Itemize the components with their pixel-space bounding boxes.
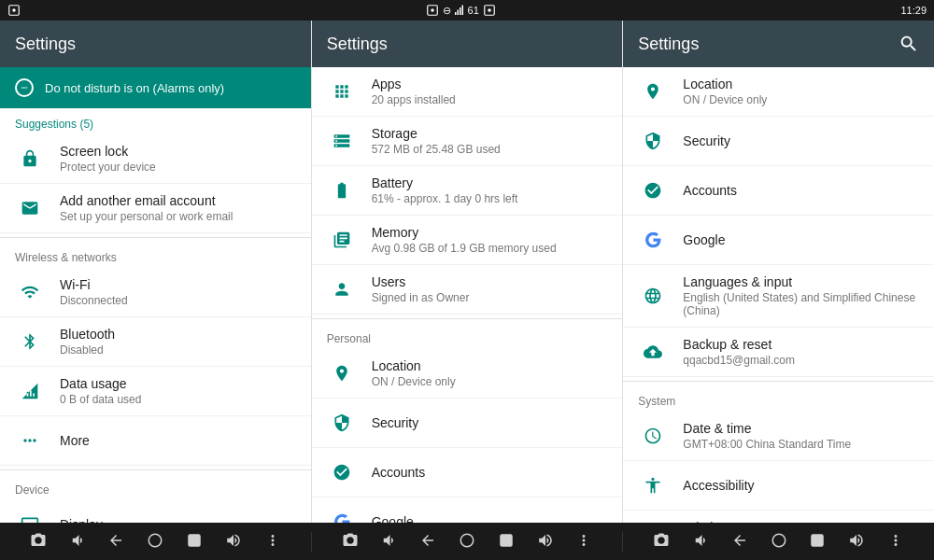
users-item[interactable]: Users Signed in as Owner bbox=[312, 265, 623, 315]
storage-icon bbox=[327, 126, 357, 156]
memory-item[interactable]: Memory Avg 0.98 GB of 1.9 GB memory used bbox=[312, 216, 623, 265]
security-text-p3: Security bbox=[683, 133, 919, 148]
svg-point-9 bbox=[488, 8, 491, 12]
location-icon bbox=[327, 358, 357, 388]
more-vert-btn-3[interactable] bbox=[887, 532, 904, 552]
printing-item[interactable]: Printing 0 print jobs bbox=[623, 511, 934, 523]
battery-percent: 61 bbox=[468, 5, 479, 16]
accounts-icon-p3 bbox=[638, 175, 668, 205]
volume-down-btn-1[interactable] bbox=[69, 532, 86, 552]
accessibility-item[interactable]: Accessibility bbox=[623, 461, 934, 511]
accounts-title: Accounts bbox=[372, 465, 608, 480]
status-bar-left bbox=[7, 4, 21, 17]
datetime-item[interactable]: Date & time GMT+08:00 China Standard Tim… bbox=[623, 412, 934, 461]
battery-item[interactable]: Battery 61% - approx. 1 day 0 hrs left bbox=[312, 166, 623, 216]
more-vert-btn-2[interactable] bbox=[575, 532, 592, 552]
volume-down-btn-3[interactable] bbox=[692, 532, 709, 552]
screenshot-icon2 bbox=[426, 4, 439, 17]
location-subtitle: ON / Device only bbox=[372, 375, 608, 388]
languages-item-p3[interactable]: Languages & input English (United States… bbox=[623, 265, 934, 328]
svg-point-13 bbox=[460, 534, 474, 547]
data-usage-icon bbox=[15, 376, 45, 406]
location-item[interactable]: Location ON / Device only bbox=[312, 349, 623, 399]
wifi-icon bbox=[15, 277, 45, 307]
volume-up-btn-3[interactable] bbox=[848, 532, 865, 552]
camera-btn-3[interactable] bbox=[653, 532, 670, 552]
security-item-p3[interactable]: Security bbox=[623, 117, 934, 166]
square-btn-1[interactable] bbox=[186, 532, 203, 552]
camera-btn-1[interactable] bbox=[30, 532, 47, 552]
users-subtitle: Signed in as Owner bbox=[372, 291, 608, 304]
back-btn-1[interactable] bbox=[107, 532, 124, 552]
home-btn-1[interactable] bbox=[147, 532, 163, 552]
panel-1-title: Settings bbox=[15, 35, 76, 54]
security-item[interactable]: Security bbox=[312, 399, 623, 448]
panel-1-content: Do not disturb is on (Alarms only) Sugge… bbox=[0, 67, 311, 523]
volume-up-btn-1[interactable] bbox=[225, 532, 242, 552]
more-icon bbox=[15, 426, 45, 455]
display-icon bbox=[15, 510, 45, 523]
panel-3-title: Settings bbox=[638, 35, 699, 54]
back-btn-2[interactable] bbox=[419, 532, 436, 552]
back-btn-3[interactable] bbox=[731, 532, 748, 552]
google-item[interactable]: Google bbox=[312, 497, 623, 523]
apps-item[interactable]: Apps 20 apps installed bbox=[312, 67, 623, 117]
square-btn-2[interactable] bbox=[498, 532, 515, 552]
add-email-item[interactable]: Add another email account Set up your pe… bbox=[0, 184, 311, 233]
apps-text: Apps 20 apps installed bbox=[372, 77, 608, 106]
square-btn-3[interactable] bbox=[809, 532, 826, 552]
personal-section-label: Personal bbox=[312, 323, 623, 349]
security-text: Security bbox=[372, 415, 608, 430]
accounts-text: Accounts bbox=[372, 465, 608, 480]
backup-item-p3[interactable]: Backup & reset qqacbd15@gmail.com bbox=[623, 328, 934, 377]
volume-down-btn-2[interactable] bbox=[380, 532, 397, 552]
dnd-icon bbox=[15, 78, 34, 97]
more-vert-btn-1[interactable] bbox=[264, 532, 281, 552]
home-btn-3[interactable] bbox=[771, 532, 787, 552]
search-icon[interactable] bbox=[899, 34, 919, 54]
google-item-p3[interactable]: Google bbox=[623, 216, 934, 265]
time-display: 11:29 bbox=[900, 5, 927, 16]
bluetooth-icon bbox=[15, 327, 45, 357]
backup-icon-p3 bbox=[638, 337, 668, 367]
svg-point-1 bbox=[12, 8, 16, 12]
display-item[interactable]: Display bbox=[0, 500, 311, 523]
divider-p3-1 bbox=[623, 381, 934, 382]
screen-lock-item[interactable]: Screen lock Protect your device bbox=[0, 134, 311, 184]
datetime-text: Date & time GMT+08:00 China Standard Tim… bbox=[683, 421, 919, 451]
storage-item[interactable]: Storage 572 MB of 25.48 GB used bbox=[312, 117, 623, 166]
google-title: Google bbox=[372, 514, 608, 523]
location-item-p3[interactable]: Location ON / Device only bbox=[623, 67, 934, 117]
battery-text: Battery 61% - approx. 1 day 0 hrs left bbox=[372, 175, 608, 205]
google-text: Google bbox=[372, 514, 608, 523]
more-title: More bbox=[60, 433, 296, 448]
bluetooth-item[interactable]: Bluetooth Disabled bbox=[0, 317, 311, 367]
apps-subtitle: 20 apps installed bbox=[372, 93, 608, 106]
panel-2-header: Settings bbox=[312, 21, 623, 67]
wifi-item[interactable]: Wi-Fi Disconnected bbox=[0, 268, 311, 317]
camera-btn-2[interactable] bbox=[342, 532, 359, 552]
datetime-subtitle: GMT+08:00 China Standard Time bbox=[683, 438, 919, 451]
svg-rect-5 bbox=[457, 10, 459, 16]
dnd-banner[interactable]: Do not disturb is on (Alarms only) bbox=[0, 67, 311, 108]
memory-icon bbox=[327, 225, 357, 255]
memory-title: Memory bbox=[372, 225, 608, 240]
add-email-subtitle: Set up your personal or work email bbox=[60, 210, 296, 223]
google-text-p3: Google bbox=[683, 232, 919, 247]
panel-2-content: Apps 20 apps installed Storage 572 MB of… bbox=[312, 67, 623, 523]
more-text: More bbox=[60, 433, 296, 448]
security-title: Security bbox=[372, 415, 608, 430]
home-btn-2[interactable] bbox=[459, 532, 475, 552]
bluetooth-title: Bluetooth bbox=[60, 327, 296, 342]
more-item[interactable]: More bbox=[0, 416, 311, 466]
data-usage-item[interactable]: Data usage 0 B of data used bbox=[0, 367, 311, 416]
svg-rect-10 bbox=[21, 88, 28, 89]
accounts-item[interactable]: Accounts bbox=[312, 448, 623, 497]
screenshot-icon3 bbox=[483, 4, 496, 17]
accounts-item-p3[interactable]: Accounts bbox=[623, 166, 934, 216]
volume-up-btn-2[interactable] bbox=[537, 532, 554, 552]
device-section-label: Device bbox=[0, 474, 311, 500]
storage-text: Storage 572 MB of 25.48 GB used bbox=[372, 126, 608, 156]
languages-title-p3: Languages & input bbox=[683, 274, 919, 289]
panel-2-title: Settings bbox=[327, 35, 388, 54]
